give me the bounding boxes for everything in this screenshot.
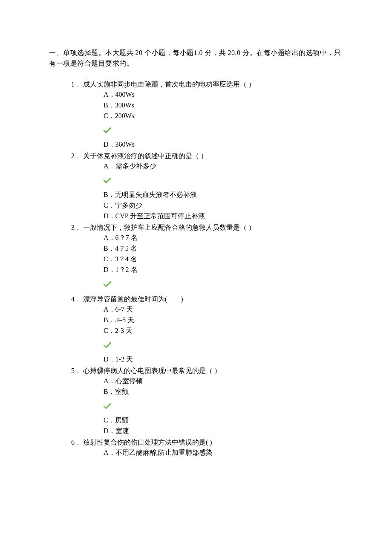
option-text: 需多少补多少 [115, 161, 156, 172]
section-header: 一、单项选择题。本大题共 20 个小题，每小题1.0 分，共 20.0 分。在每… [49, 48, 345, 69]
option-group: A．6？7 名B．4？5 名C．3？4 名D．1？2 名 [69, 233, 345, 275]
checkmark-icon [104, 342, 111, 348]
option-text: 3？4 名 [115, 254, 137, 265]
option-letter: C． [104, 254, 115, 265]
question-stem-line: 4．漂浮导管留置的最佳时间为( ) [69, 294, 345, 305]
option-letter: C． [104, 415, 115, 426]
option-text: .4-5 天 [115, 315, 134, 326]
correct-mark-row [69, 336, 345, 354]
option: C．宁多勿少 [104, 200, 345, 211]
option: D．1-2 天 [104, 354, 345, 365]
option-text: 1-2 天 [115, 354, 133, 365]
option-letter: A． [104, 448, 115, 458]
question-number: 3． [69, 223, 81, 233]
option: D．360Ws [104, 139, 345, 150]
option-group: B．无明显失血失液者不必补液C．宁多勿少D．CVP 升至正常范围可停止补液 [69, 190, 345, 221]
option-letter: B． [104, 190, 115, 200]
option: A．400Ws [104, 90, 345, 100]
question-stem-line: 6．放射性复合伤的伤口处理方法中错误的是( ) [69, 437, 345, 448]
question-stem-line: 2．关于休克补液治疗的叙述中正确的是（ ） [69, 151, 345, 162]
option-group: A．需多少补多少 [69, 161, 345, 172]
option-text: 室颤 [115, 387, 129, 397]
option-text: 不用乙醚麻醉,防止加重肺部感染 [115, 448, 213, 458]
checkmark-icon [104, 127, 111, 133]
question-stem-line: 3．一般情况下，救护车上应配备合格的急救人员数量是（ ） [69, 223, 345, 233]
option-text: 6-7 天 [115, 304, 133, 315]
option: B．室颤 [104, 387, 345, 397]
option-letter: A． [104, 233, 115, 243]
question-number: 1． [69, 79, 81, 90]
question-number: 6． [69, 437, 81, 448]
option-text: 心室停顿 [115, 376, 143, 387]
option: B．.4-5 天 [104, 315, 345, 326]
checkmark-icon [104, 403, 111, 409]
option-group: A．400WsB．300WsC．200Ws [69, 90, 345, 121]
option-text: 无明显失血失液者不必补液 [115, 190, 197, 200]
option-text: 360Ws [115, 139, 135, 150]
option: A．不用乙醚麻醉,防止加重肺部感染 [104, 448, 345, 458]
checkmark-icon [104, 178, 111, 184]
question-stem-line: 1．成人实施非同步电击除颤，首次电击的电功率应选用（ ） [69, 79, 345, 90]
question-stem: 一般情况下，救护车上应配备合格的急救人员数量是（ ） [83, 223, 345, 233]
option: B．无明显失血失液者不必补液 [104, 190, 345, 200]
option: C．3？4 名 [104, 254, 345, 265]
option: C．200Ws [104, 111, 345, 121]
question: 4．漂浮导管留置的最佳时间为( )A．6-7 天B．.4-5 天C．2-3 天D… [69, 294, 345, 365]
option-text: 2-3 天 [115, 326, 133, 336]
option: A．6-7 天 [104, 304, 345, 315]
correct-mark-row [69, 172, 345, 190]
option-group: A．6-7 天B．.4-5 天C．2-3 天 [69, 304, 345, 336]
option: C．2-3 天 [104, 326, 345, 336]
option-group: A．心室停顿B．室颤 [69, 376, 345, 397]
option: C．房颤 [104, 415, 345, 426]
option-letter: B． [104, 243, 115, 254]
question-stem: 放射性复合伤的伤口处理方法中错误的是( ) [83, 437, 345, 448]
option-group: C．房颤D．室速 [69, 415, 345, 436]
question-stem: 心搏骤停病人的心电图表现中最常见的是（ ） [83, 366, 345, 376]
option: A．心室停顿 [104, 376, 345, 387]
option-text: 宁多勿少 [115, 200, 142, 211]
question-stem-line: 5．心搏骤停病人的心电图表现中最常见的是（ ） [69, 366, 345, 376]
option-text: 6？7 名 [115, 233, 138, 243]
option: B．300Ws [104, 100, 345, 111]
correct-mark-row [69, 275, 345, 293]
checkmark-icon [104, 281, 111, 287]
option-letter: D． [104, 354, 115, 365]
option-text: CVP 升至正常范围可停止补液 [115, 211, 205, 222]
question-number: 2． [69, 151, 81, 162]
option-letter: D． [104, 139, 115, 150]
option: A．6？7 名 [104, 233, 345, 243]
option-letter: C． [104, 326, 115, 336]
question-stem: 成人实施非同步电击除颤，首次电击的电功率应选用（ ） [83, 79, 345, 90]
option-text: 房颤 [115, 415, 129, 426]
question-number: 5． [69, 366, 81, 376]
option-group: D．1-2 天 [69, 354, 345, 365]
option-letter: A． [104, 304, 115, 315]
option-letter: D． [104, 265, 115, 275]
option-letter: B． [104, 100, 115, 111]
question: 1．成人实施非同步电击除颤，首次电击的电功率应选用（ ）A．400WsB．300… [69, 79, 345, 150]
document-page: 一、单项选择题。本大题共 20 个小题，每小题1.0 分，共 20.0 分。在每… [0, 0, 392, 555]
question: 6．放射性复合伤的伤口处理方法中错误的是( )A．不用乙醚麻醉,防止加重肺部感染 [69, 437, 345, 459]
option-group: D．360Ws [69, 139, 345, 150]
option: D．CVP 升至正常范围可停止补液 [104, 211, 345, 222]
question-list: 1．成人实施非同步电击除颤，首次电击的电功率应选用（ ）A．400WsB．300… [49, 79, 345, 459]
option-letter: B． [104, 387, 115, 397]
option-text: 300Ws [115, 100, 134, 111]
option: D．室速 [104, 426, 345, 436]
option-letter: B． [104, 315, 115, 326]
option-letter: A． [104, 161, 115, 172]
option-text: 400Ws [115, 90, 135, 100]
question-number: 4． [69, 294, 81, 305]
option-letter: C． [104, 200, 115, 211]
option-letter: A． [104, 90, 115, 100]
question: 3．一般情况下，救护车上应配备合格的急救人员数量是（ ）A．6？7 名B．4？5… [69, 223, 345, 293]
question-stem: 关于休克补液治疗的叙述中正确的是（ ） [83, 151, 345, 162]
correct-mark-row [69, 397, 345, 415]
option-text: 4？5 名 [115, 243, 137, 254]
correct-mark-row [69, 121, 345, 139]
option-letter: D． [104, 426, 115, 436]
question: 2．关于休克补液治疗的叙述中正确的是（ ）A．需多少补多少B．无明显失血失液者不… [69, 151, 345, 222]
option-letter: A． [104, 376, 115, 387]
option: D．1？2 名 [104, 265, 345, 275]
